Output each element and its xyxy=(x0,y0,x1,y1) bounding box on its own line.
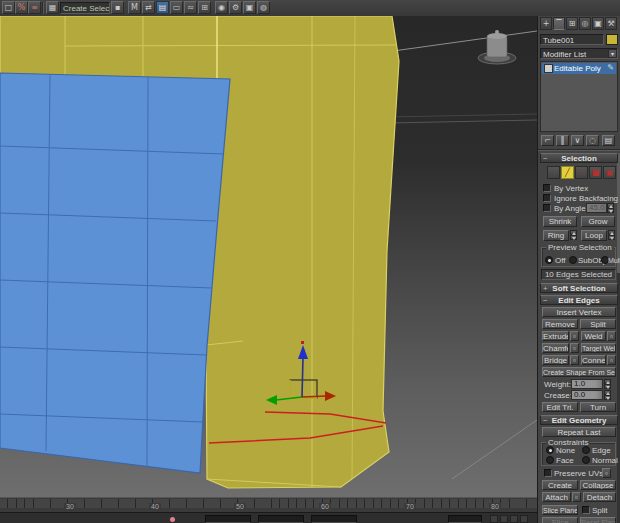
rollout-edit-geometry[interactable]: −Edit Geometry xyxy=(540,415,618,425)
weld-settings-button[interactable]: ▫ xyxy=(607,331,616,341)
constraint-edge-radio[interactable] xyxy=(582,446,590,454)
by-vertex-checkbox[interactable] xyxy=(543,184,551,192)
stack-item-edit-icon[interactable]: ✎ xyxy=(607,63,614,72)
vertex-subobject-icon[interactable]: ⋮ xyxy=(547,166,560,179)
rendered-frame-icon[interactable]: ▣ xyxy=(243,1,256,14)
make-unique-button[interactable]: ∨ xyxy=(571,135,584,146)
align-icon[interactable]: ⇄ xyxy=(142,1,155,14)
edge-subobject-icon[interactable]: ╱ xyxy=(561,166,574,179)
tab-modify[interactable]: ⌒ xyxy=(553,17,565,30)
modifier-list-dropdown[interactable]: Modifier List xyxy=(540,48,618,59)
schematic-view-icon[interactable]: ⊞ xyxy=(198,1,211,14)
remove-button[interactable]: Remove xyxy=(542,319,578,329)
constraint-none-radio[interactable] xyxy=(546,446,554,454)
weld-button[interactable]: Weld xyxy=(581,331,606,341)
weight-field[interactable]: 1.0 xyxy=(571,379,603,389)
stack-item-editable-poly[interactable]: Editable Poly ✎ xyxy=(542,63,616,74)
extrude-settings-button[interactable]: ▫ xyxy=(570,331,579,341)
viewport-layout-icon[interactable] xyxy=(490,515,498,523)
tab-create[interactable]: + xyxy=(540,17,552,30)
slice-plane-button[interactable]: Slice Plane xyxy=(542,505,578,515)
viewport-layout-icon[interactable] xyxy=(510,515,518,523)
graphite-modeling-icon[interactable]: ▭ xyxy=(170,1,183,14)
attach-settings-button[interactable]: ▫ xyxy=(572,492,581,502)
preserve-uvs-checkbox[interactable] xyxy=(544,469,552,477)
repeat-last-button[interactable]: Repeat Last xyxy=(542,427,616,437)
pin-stack-button[interactable]: ⌐ xyxy=(541,135,554,146)
object-color-swatch[interactable] xyxy=(606,34,618,45)
collapse-button[interactable]: Collapse xyxy=(580,480,616,490)
by-angle-spinner[interactable] xyxy=(607,203,614,213)
crease-field[interactable]: 0.0 xyxy=(571,390,603,400)
viewport-layout-icon[interactable] xyxy=(520,515,528,523)
shrink-button[interactable]: Shrink xyxy=(543,216,577,227)
weight-spinner[interactable] xyxy=(604,379,611,389)
curve-editor-icon[interactable]: ≈ xyxy=(184,1,197,14)
by-angle-checkbox[interactable] xyxy=(543,204,551,212)
z-coordinate-field[interactable] xyxy=(311,515,357,523)
named-selection-set-dropdown[interactable]: Create Selection Set xyxy=(60,2,110,14)
percent-snap-icon[interactable]: % xyxy=(15,1,28,14)
ring-button[interactable]: Ring xyxy=(543,230,569,241)
render-setup-icon[interactable]: ⚙ xyxy=(229,1,242,14)
select-region-icon[interactable]: □ xyxy=(2,1,15,14)
selection-set-dropdown-button[interactable]: ▪ xyxy=(111,1,124,14)
rollout-selection[interactable]: −Selection xyxy=(540,153,618,163)
configure-modifier-sets-button[interactable]: ▤ xyxy=(602,135,615,146)
tab-display[interactable]: ▣ xyxy=(592,17,604,30)
edit-tri-button[interactable]: Edit Tri. xyxy=(542,402,578,412)
x-coordinate-field[interactable] xyxy=(205,515,251,523)
track-bar[interactable]: 30 40 50 60 70 80 xyxy=(0,497,537,512)
mirror-icon[interactable]: M xyxy=(128,1,141,14)
connect-button[interactable]: Connect xyxy=(581,355,606,365)
blue-panel-object[interactable] xyxy=(0,73,230,473)
modifier-list-arrow-icon[interactable]: ▾ xyxy=(608,49,617,58)
viewport-layout-icon[interactable] xyxy=(500,515,508,523)
insert-vertex-button[interactable]: Insert Vertex xyxy=(542,307,616,317)
modifier-stack[interactable]: Editable Poly ✎ xyxy=(540,61,618,132)
preserve-uvs-settings-button[interactable]: ▫ xyxy=(602,468,611,478)
perspective-viewport[interactable] xyxy=(0,16,537,497)
ignore-backfacing-checkbox[interactable] xyxy=(543,194,551,202)
element-subobject-icon[interactable]: ▣ xyxy=(603,166,616,179)
target-weld-button[interactable]: Target Weld xyxy=(581,343,616,353)
y-coordinate-field[interactable] xyxy=(258,515,304,523)
border-subobject-icon[interactable]: ▭ xyxy=(575,166,588,179)
by-angle-field[interactable]: 45.0 xyxy=(586,203,607,213)
crease-spinner[interactable] xyxy=(604,390,611,400)
split-button[interactable]: Split xyxy=(580,319,616,329)
spinner-snap-icon[interactable]: ≡ xyxy=(28,1,41,14)
selection-lock-icon[interactable] xyxy=(170,517,175,522)
object-name-field[interactable]: Tube001 xyxy=(540,34,604,45)
rollout-edit-edges[interactable]: −Edit Edges xyxy=(540,295,618,305)
render-production-icon[interactable]: ◍ xyxy=(257,1,270,14)
constraint-face-radio[interactable] xyxy=(546,456,554,464)
bridge-button[interactable]: Bridge xyxy=(542,355,569,365)
grow-button[interactable]: Grow xyxy=(581,216,615,227)
split-checkbox[interactable] xyxy=(582,506,590,514)
preview-subobj-radio[interactable] xyxy=(569,256,577,264)
material-editor-icon[interactable]: ◉ xyxy=(215,1,228,14)
constraint-normal-radio[interactable] xyxy=(582,456,590,464)
show-end-result-button[interactable]: ‖ xyxy=(556,135,569,146)
loop-spinner[interactable] xyxy=(608,230,615,240)
chamfer-button[interactable]: Chamfer xyxy=(542,343,569,353)
polygon-subobject-icon[interactable]: ■ xyxy=(589,166,602,179)
create-button[interactable]: Create xyxy=(542,480,578,490)
edit-named-selection-sets-icon[interactable]: ▦ xyxy=(46,1,59,14)
tab-utilities[interactable]: ⚒ xyxy=(605,17,617,30)
ring-spinner[interactable] xyxy=(570,230,577,240)
create-shape-button[interactable]: Create Shape From Selection xyxy=(542,367,616,377)
tab-motion[interactable]: ◎ xyxy=(579,17,591,30)
bridge-settings-button[interactable]: ▫ xyxy=(570,355,579,365)
connect-settings-button[interactable]: ▫ xyxy=(607,355,616,365)
tab-hierarchy[interactable]: ⊞ xyxy=(566,17,578,30)
preview-off-radio[interactable] xyxy=(545,256,553,264)
layer-manager-icon[interactable]: ▤ xyxy=(156,1,169,14)
turn-button[interactable]: Turn xyxy=(580,402,616,412)
detach-button[interactable]: Detach xyxy=(583,492,616,502)
extrude-button[interactable]: Extrude xyxy=(542,331,569,341)
chamfer-settings-button[interactable]: ▫ xyxy=(570,343,579,353)
rollout-soft-selection[interactable]: +Soft Selection xyxy=(540,283,618,293)
loop-button[interactable]: Loop xyxy=(581,230,607,241)
